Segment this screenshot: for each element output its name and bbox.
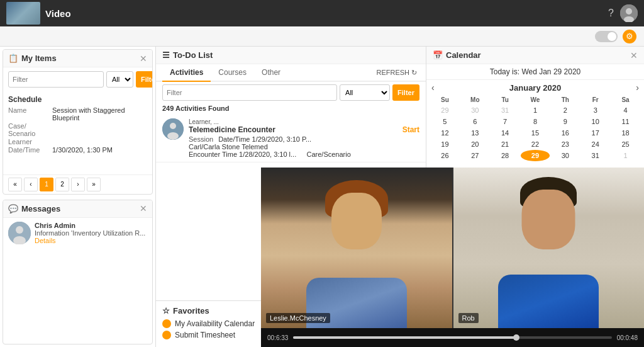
page-2-btn[interactable]: 2 bbox=[55, 178, 69, 191]
message-details-link[interactable]: Details bbox=[35, 237, 147, 244]
todo-encounter-row: Encounter Time 1/28/2020, 3:10 l... Care… bbox=[189, 151, 419, 158]
my-items-filter-button[interactable]: Filter bbox=[136, 71, 153, 88]
cal-day-cell[interactable]: 23 bbox=[550, 139, 580, 150]
cal-day-cell[interactable]: 3 bbox=[580, 105, 610, 116]
cal-header-th: Th bbox=[550, 95, 580, 105]
cal-day-cell[interactable]: 29 bbox=[521, 150, 550, 161]
calendar-close[interactable]: ✕ bbox=[630, 51, 638, 60]
cal-header-tu: Tu bbox=[491, 95, 520, 105]
cal-day-cell[interactable]: 26 bbox=[430, 150, 460, 161]
cal-day-cell[interactable]: 18 bbox=[611, 127, 640, 139]
case-value bbox=[52, 122, 147, 137]
todo-results-count: 249 Activities Found bbox=[156, 103, 426, 115]
tab-activities[interactable]: Activities bbox=[162, 64, 211, 82]
video-progress-bar[interactable] bbox=[293, 336, 611, 339]
cal-day-cell[interactable]: 9 bbox=[550, 116, 580, 127]
cal-day-cell[interactable]: 20 bbox=[460, 139, 490, 150]
messages-header: 💬 Messages ✕ bbox=[3, 200, 152, 218]
fav-label-2: Submit Timesheet bbox=[175, 331, 235, 339]
cal-day-cell[interactable]: 31 bbox=[580, 150, 610, 161]
video-name-left: Leslie.McChesney bbox=[266, 313, 330, 323]
cal-day-cell[interactable]: 6 bbox=[460, 116, 490, 127]
cal-day-cell[interactable]: 12 bbox=[430, 127, 460, 139]
cal-day-cell[interactable]: 1 bbox=[521, 105, 550, 116]
cal-day-cell[interactable]: 8 bbox=[521, 116, 550, 127]
learner-value bbox=[52, 138, 147, 145]
refresh-button[interactable]: REFRESH ↻ bbox=[376, 64, 419, 81]
cal-day-cell[interactable]: 14 bbox=[491, 127, 520, 139]
cal-week-1: 2930311234 bbox=[430, 105, 640, 116]
todo-filter-row: All Filter bbox=[156, 82, 426, 103]
cal-day-cell[interactable]: 31 bbox=[491, 105, 520, 116]
encounter-value: Encounter Time 1/28/2020, 3:10 l... bbox=[189, 151, 302, 158]
cal-day-cell[interactable]: 7 bbox=[491, 116, 520, 127]
cal-header-su: Su bbox=[430, 95, 460, 105]
cal-day-cell[interactable]: 21 bbox=[491, 139, 520, 150]
cal-day-cell[interactable]: 13 bbox=[460, 127, 490, 139]
cal-day-cell[interactable]: 29 bbox=[430, 105, 460, 116]
todo-filter-button[interactable]: Filter bbox=[392, 84, 419, 101]
video-main: Leslie.McChesney Rob bbox=[261, 168, 644, 328]
page-first-btn[interactable]: « bbox=[8, 178, 22, 191]
my-items-filter-row: All Filter bbox=[3, 67, 152, 91]
page-prev-btn[interactable]: ‹ bbox=[24, 178, 38, 191]
calendar-icon: 📅 bbox=[433, 50, 443, 60]
cal-day-cell[interactable]: 4 bbox=[611, 105, 640, 116]
tab-courses[interactable]: Courses bbox=[211, 64, 254, 82]
my-items-filter-input[interactable] bbox=[8, 71, 104, 88]
cal-day-cell[interactable]: 19 bbox=[430, 139, 460, 150]
cal-day-cell[interactable]: 1 bbox=[611, 150, 640, 161]
cal-day-cell[interactable]: 11 bbox=[611, 116, 640, 127]
help-button[interactable]: ? bbox=[608, 8, 614, 19]
cal-day-cell[interactable]: 28 bbox=[491, 150, 520, 161]
video-progress-fill bbox=[293, 336, 516, 339]
my-items-close[interactable]: ✕ bbox=[140, 54, 147, 63]
cal-day-cell[interactable]: 22 bbox=[521, 139, 550, 150]
messages-close[interactable]: ✕ bbox=[140, 204, 147, 213]
todo-start-button[interactable]: Start bbox=[402, 125, 419, 134]
todo-session-row: Session Date/Time 1/29/2020, 3:10 P... bbox=[189, 135, 419, 143]
video-overlay: Leslie.McChesney Rob 00:6:33 00:0:48 bbox=[261, 168, 644, 347]
refresh-icon: ↻ bbox=[411, 69, 417, 77]
tab-other[interactable]: Other bbox=[254, 64, 288, 82]
message-sender: Chris Admin bbox=[35, 222, 147, 229]
cal-day-cell[interactable]: 10 bbox=[580, 116, 610, 127]
todo-filter-input[interactable] bbox=[162, 84, 337, 101]
cal-month-label: January 2020 bbox=[509, 83, 561, 93]
cal-day-cell[interactable]: 17 bbox=[580, 127, 610, 139]
datetime-label: Date/Time bbox=[8, 146, 52, 154]
cal-week-4: 19202122232425 bbox=[430, 139, 640, 150]
cal-day-cell[interactable]: 27 bbox=[460, 150, 490, 161]
todo-filter-select[interactable]: All bbox=[340, 84, 390, 101]
page-next-btn[interactable]: › bbox=[71, 178, 85, 191]
cal-day-cell[interactable]: 25 bbox=[611, 139, 640, 150]
messages-title: 💬 Messages bbox=[8, 204, 60, 213]
calendar-nav: ‹ January 2020 › bbox=[426, 80, 644, 95]
cal-day-cell[interactable]: 24 bbox=[580, 139, 610, 150]
cal-day-cell[interactable]: 5 bbox=[430, 116, 460, 127]
cal-day-cell[interactable]: 30 bbox=[550, 150, 580, 161]
svg-point-1 bbox=[626, 8, 632, 14]
cal-weeks: 2930311234567891011121314151617181920212… bbox=[430, 105, 640, 161]
todo-item-details: Learner, ... Telemedicine Encounter Star… bbox=[189, 118, 419, 158]
video-name-right: Rob bbox=[458, 313, 479, 323]
schedule-datetime-row: Date/Time 1/30/2020, 1:30 PM bbox=[8, 146, 147, 154]
page-1-btn[interactable]: 1 bbox=[40, 178, 53, 191]
cal-day-cell[interactable]: 15 bbox=[521, 127, 550, 139]
cal-next-btn[interactable]: › bbox=[636, 82, 639, 93]
cal-day-cell[interactable]: 16 bbox=[550, 127, 580, 139]
main-content: 📋 My Items ✕ All Filter Schedule Name Se… bbox=[0, 47, 644, 347]
page-last-btn[interactable]: » bbox=[87, 178, 101, 191]
cal-prev-btn[interactable]: ‹ bbox=[431, 82, 435, 93]
message-avatar bbox=[8, 222, 31, 244]
cal-day-cell[interactable]: 30 bbox=[460, 105, 490, 116]
my-items-filter-select[interactable]: All bbox=[106, 71, 133, 88]
todo-type-label: Telemedicine Encounter bbox=[189, 125, 275, 134]
toggle-switch[interactable] bbox=[595, 31, 618, 42]
user-avatar[interactable] bbox=[620, 4, 638, 22]
gear-icon[interactable]: ⚙ bbox=[623, 30, 636, 43]
case-value: Carl/Carla Stone Telemed bbox=[189, 143, 419, 151]
video-person-right: Rob bbox=[452, 168, 645, 328]
cal-day-cell[interactable]: 2 bbox=[550, 105, 580, 116]
video-controls: 00:6:33 00:0:48 bbox=[261, 328, 644, 347]
